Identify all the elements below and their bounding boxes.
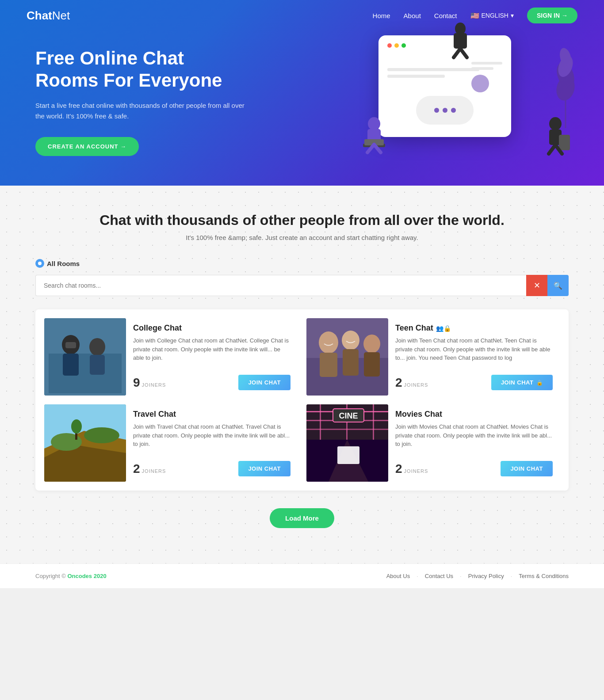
joiners-label-college: JOINERS <box>142 382 166 388</box>
joiners-label-travel: JOINERS <box>142 468 166 474</box>
svg-rect-1 <box>454 33 467 49</box>
right-line-1 <box>471 62 502 65</box>
hero-title: Free Online Chat Rooms For Everyone <box>35 47 248 92</box>
language-label: ENGLISH <box>482 12 508 19</box>
svg-point-24 <box>89 338 105 356</box>
join-button-movies[interactable]: JOIN CHAT <box>501 461 553 476</box>
joiners-movies: 2 JOINERS <box>395 462 428 476</box>
svg-point-40 <box>84 427 119 443</box>
dot-yellow <box>394 43 399 48</box>
main-content: Chat with thousands of other people from… <box>0 186 604 563</box>
joiners-travel: 2 JOINERS <box>133 462 166 476</box>
svg-rect-25 <box>90 355 105 375</box>
room-card-travel: Travel Chat Join with Travel Chat chat r… <box>44 404 298 482</box>
hero-content: Free Online Chat Rooms For Everyone Star… <box>35 47 248 156</box>
svg-rect-21 <box>49 354 122 393</box>
room-desc-teen: Join with Teen Chat chat room at ChatNet… <box>395 336 553 369</box>
room-body-movies: Movies Chat Join with Movies Chat chat r… <box>388 404 560 482</box>
typing-dot-1 <box>434 108 439 113</box>
joiners-label-movies: JOINERS <box>404 468 428 474</box>
room-footer-movies: 2 JOINERS JOIN CHAT <box>395 461 553 476</box>
flag-icon: 🇺🇸 <box>470 11 479 20</box>
room-image-college <box>44 318 126 396</box>
room-body-college: College Chat Join with College Chat chat… <box>126 318 298 396</box>
search-button[interactable]: 🔍 <box>547 275 569 296</box>
joiners-label-teen: JOINERS <box>404 382 428 388</box>
footer-terms[interactable]: Terms & Conditions <box>519 573 569 579</box>
brand-chat: Chat <box>27 9 52 23</box>
tab-circle-inner <box>38 262 42 265</box>
create-account-button[interactable]: CREATE AN ACCOUNT → <box>35 137 139 156</box>
nav-contact[interactable]: Contact <box>434 12 457 19</box>
svg-rect-48 <box>320 404 321 440</box>
navbar: Chat Net Home About Contact 🇺🇸 ENGLISH ▾… <box>0 0 604 31</box>
hero-illustration <box>356 13 577 172</box>
tab-all-rooms-label: All Rooms <box>47 260 80 267</box>
footer-copyright: Copyright © Oncodes 2020 <box>35 573 107 579</box>
close-icon: ✕ <box>534 281 540 290</box>
typing-dot-3 <box>451 108 456 113</box>
tab-indicator <box>35 259 44 268</box>
room-card-college: College Chat Join with College Chat chat… <box>44 318 298 396</box>
footer-brand: Oncodes 2020 <box>67 573 106 579</box>
svg-point-33 <box>363 335 380 353</box>
signin-button[interactable]: SIGN IN → <box>527 8 577 23</box>
section-subheading: It's 100% free &amp; safe. Just create a… <box>35 234 569 241</box>
room-title-teen: Teen Chat 👥🔒 <box>395 323 553 333</box>
svg-rect-12 <box>559 135 570 150</box>
svg-line-3 <box>460 49 467 57</box>
right-lines <box>471 62 502 92</box>
joiners-teen: 2 JOINERS <box>395 376 428 390</box>
chevron-down-icon: ▾ <box>511 12 514 19</box>
person-left-laptop-icon <box>356 115 392 159</box>
svg-text:CINE: CINE <box>339 411 358 420</box>
footer-about-us[interactable]: About Us <box>386 573 410 579</box>
room-title-travel: Travel Chat <box>133 410 291 419</box>
search-input[interactable] <box>35 275 526 296</box>
room-title-movies: Movies Chat <box>395 410 553 419</box>
join-lock-icon: 🔒 <box>536 380 543 386</box>
svg-point-29 <box>319 331 338 354</box>
nav-home[interactable]: Home <box>373 12 390 19</box>
svg-rect-50 <box>373 404 374 440</box>
right-line-2 <box>471 67 493 70</box>
footer: Copyright © Oncodes 2020 About Us · Cont… <box>0 563 604 588</box>
room-image-teen <box>306 318 388 396</box>
nav-links: Home About Contact 🇺🇸 ENGLISH ▾ SIGN IN … <box>373 8 577 23</box>
private-lock-icon: 👥🔒 <box>436 325 451 332</box>
language-selector[interactable]: 🇺🇸 ENGLISH ▾ <box>470 11 514 20</box>
search-bar: ✕ 🔍 <box>35 275 569 296</box>
cards-grid: College Chat Join with College Chat chat… <box>35 309 569 491</box>
chat-line-2 <box>387 75 445 78</box>
join-button-college[interactable]: JOIN CHAT <box>238 375 291 390</box>
room-footer-travel: 2 JOINERS JOIN CHAT <box>133 461 291 476</box>
section-heading: Chat with thousands of other people from… <box>35 212 569 228</box>
search-clear-button[interactable]: ✕ <box>526 275 547 296</box>
svg-rect-56 <box>337 446 359 464</box>
join-button-travel[interactable]: JOIN CHAT <box>238 461 291 476</box>
join-button-teen[interactable]: JOIN CHAT 🔒 <box>491 375 553 390</box>
svg-rect-34 <box>364 352 380 377</box>
speech-bubble <box>416 96 474 125</box>
brand-logo[interactable]: Chat Net <box>27 9 70 23</box>
search-icon: 🔍 <box>554 282 562 290</box>
joiners-count-college: 9 <box>133 376 140 390</box>
svg-rect-32 <box>343 349 359 376</box>
tab-all-rooms[interactable]: All Rooms <box>35 259 80 268</box>
svg-point-4 <box>368 117 380 130</box>
footer-contact-us[interactable]: Contact Us <box>425 573 453 579</box>
room-body-teen: Teen Chat 👥🔒 Join with Teen Chat chat ro… <box>388 318 560 396</box>
room-desc-movies: Join with Movies Chat chat room at ChatN… <box>395 422 553 455</box>
room-footer-teen: 2 JOINERS JOIN CHAT 🔒 <box>395 375 553 390</box>
nav-about[interactable]: About <box>404 12 421 19</box>
room-body-travel: Travel Chat Join with Travel Chat chat r… <box>126 404 298 482</box>
room-image-travel <box>44 404 126 482</box>
joiners-college: 9 JOINERS <box>133 376 166 390</box>
hero-subtitle: Start a live free chat online with thous… <box>35 100 248 122</box>
circle-avatar <box>471 75 489 92</box>
typing-dot-2 <box>443 108 447 113</box>
footer-privacy-policy[interactable]: Privacy Policy <box>468 573 504 579</box>
brand-net: Net <box>52 9 70 23</box>
load-more-button[interactable]: Load More <box>270 508 334 528</box>
room-image-movies: CINE <box>306 404 388 482</box>
